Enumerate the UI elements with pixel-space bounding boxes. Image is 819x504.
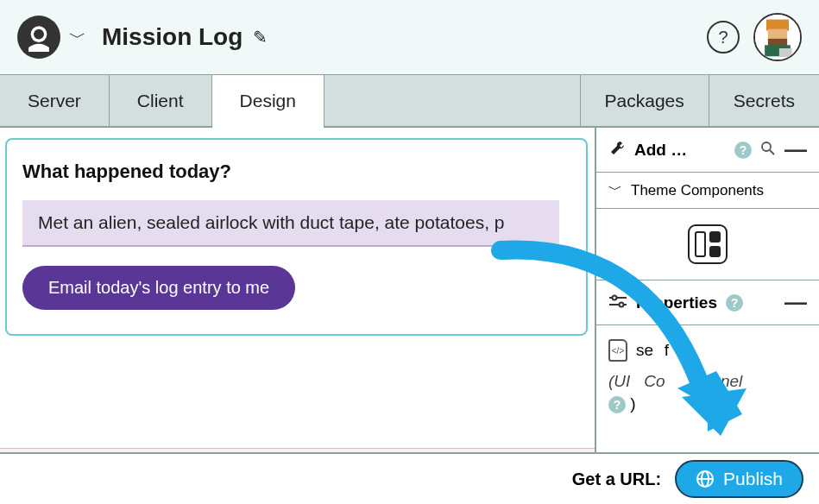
sidebar-properties-label: Properties: [636, 293, 717, 312]
search-icon[interactable]: [760, 141, 776, 160]
sidebar-theme-label: Theme Components: [631, 182, 764, 199]
astronaut-icon: [24, 22, 54, 52]
help-button[interactable]: ?: [707, 21, 740, 54]
bottom-bar: Get a URL: Publish: [0, 452, 819, 504]
svg-point-1: [34, 29, 44, 40]
sliders-icon: [608, 294, 627, 312]
sidebar-theme-header[interactable]: ﹀ Theme Components: [596, 173, 819, 209]
properties-body: </> selllf (UI...ColumnPanel ? ): [596, 325, 819, 422]
help-badge-icon[interactable]: ?: [734, 142, 752, 159]
avatar-image: [755, 15, 800, 60]
form-card[interactable]: What happened today? Email today's log e…: [5, 138, 588, 336]
svg-rect-3: [766, 20, 789, 31]
wrench-icon: [608, 140, 626, 161]
svg-rect-4: [768, 29, 787, 41]
code-file-icon: </>: [608, 339, 627, 362]
tabs-bar: Server Client Design Packages Secrets: [0, 74, 819, 128]
app-title: Mission Log: [102, 23, 243, 51]
svg-line-16: [770, 150, 774, 154]
design-canvas[interactable]: What happened today? Email today's log e…: [0, 128, 595, 452]
collapse-icon[interactable]: —: [784, 289, 807, 316]
log-entry-input[interactable]: [22, 200, 559, 247]
self-row[interactable]: </> selllf: [608, 334, 807, 367]
self-type-end: nPanel: [691, 372, 742, 390]
header: ﹀ Mission Log ✎ ?: [0, 0, 819, 74]
sidebar-add-label[interactable]: Add …: [634, 141, 687, 160]
avatar[interactable]: [753, 13, 802, 61]
form-label: What happened today?: [22, 161, 570, 183]
globe-icon: [696, 469, 715, 488]
self-type-open: (UI: [608, 372, 630, 390]
collapse-icon[interactable]: —: [784, 136, 807, 163]
svg-point-15: [762, 142, 771, 151]
chevron-down-icon: ﹀: [608, 181, 622, 199]
tab-server[interactable]: Server: [0, 75, 110, 126]
app-logo[interactable]: [17, 16, 60, 59]
edit-title-icon[interactable]: ✎: [253, 27, 268, 47]
self-type-label: (UI...ColumnPanel: [608, 367, 807, 391]
svg-point-20: [620, 302, 624, 306]
tab-packages[interactable]: Packages: [581, 75, 709, 126]
self-type-close: ): [630, 394, 635, 413]
self-name-prefix: se: [636, 341, 653, 359]
self-type-mid: Co: [644, 372, 665, 390]
main-area: What happened today? Email today's log e…: [0, 128, 819, 452]
help-badge-icon[interactable]: ?: [608, 396, 626, 413]
logo-group: ﹀: [17, 16, 86, 59]
app-menu-chevron-icon[interactable]: ﹀: [69, 26, 86, 49]
layout-component-icon[interactable]: [688, 224, 728, 264]
tab-secrets[interactable]: Secrets: [709, 75, 819, 126]
svg-point-18: [613, 295, 617, 299]
sidebar: Add … ? — ﹀ Theme Components: [595, 128, 819, 452]
tab-client[interactable]: Client: [110, 75, 212, 126]
sidebar-properties-header: Properties ? —: [596, 280, 819, 325]
email-log-button[interactable]: Email today's log entry to me: [22, 266, 295, 310]
sidebar-add-section: Add … ? —: [596, 128, 819, 173]
get-url-label: Get a URL:: [572, 469, 661, 489]
publish-button[interactable]: Publish: [675, 460, 803, 498]
self-name-suffix: f: [665, 341, 669, 359]
help-badge-icon[interactable]: ?: [726, 294, 743, 312]
svg-rect-7: [779, 48, 792, 56]
publish-label: Publish: [723, 469, 783, 489]
theme-components-body: [596, 209, 819, 280]
tab-design[interactable]: Design: [212, 75, 324, 126]
tabs-spacer: [324, 75, 581, 126]
